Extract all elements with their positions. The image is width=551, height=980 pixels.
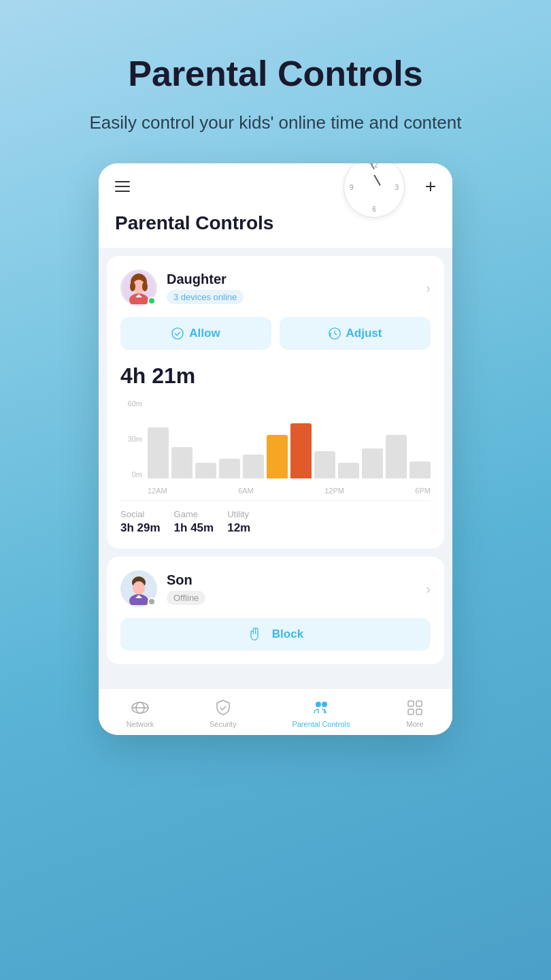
son-header: Son Offline ›: [120, 570, 431, 607]
allow-check-icon: [171, 327, 184, 340]
game-value: 1h 45m: [174, 521, 214, 535]
daughter-status-dot: [148, 297, 156, 305]
nav-security[interactable]: Security: [210, 698, 237, 728]
svg-point-18: [322, 702, 327, 707]
svg-point-11: [133, 581, 145, 595]
clock-6: 6: [372, 206, 376, 213]
daughter-devices-badge: 3 devices online: [167, 290, 244, 304]
allow-button[interactable]: Allow: [120, 317, 271, 350]
page-title: Parental Controls: [90, 54, 462, 93]
nav-security-label: Security: [210, 720, 237, 728]
more-icon: [405, 698, 424, 717]
x-label-12am: 12AM: [148, 487, 167, 495]
card-top-bar: 12 3 6 9 +: [99, 163, 452, 207]
svg-point-17: [316, 702, 321, 707]
daughter-name: Daughter: [167, 272, 416, 287]
chart-x-labels: 12AM 6AM 12PM 6PM: [148, 487, 431, 495]
bar-12: [410, 461, 431, 479]
svg-rect-24: [416, 709, 422, 715]
adjust-clock-icon: [329, 327, 341, 340]
svg-rect-22: [416, 701, 422, 706]
son-chevron-icon[interactable]: ›: [426, 581, 431, 597]
card-title: Parental Controls: [115, 212, 436, 234]
adjust-button-label: Adjust: [346, 327, 382, 340]
allow-button-label: Allow: [189, 327, 220, 340]
nav-parental-label: Parental Controls: [292, 720, 350, 728]
utility-label: Utility: [227, 509, 250, 519]
x-label-6am: 6AM: [238, 487, 254, 495]
clock-decoration: 12 3 6 9: [344, 163, 405, 218]
bar-4: [219, 459, 240, 478]
social-value: 3h 29m: [120, 521, 161, 535]
game-label: Game: [174, 509, 214, 519]
page-subtitle: Easily control your kids' online time an…: [90, 110, 462, 136]
son-status-badge: Offline: [167, 591, 205, 605]
bar-9: [338, 463, 359, 478]
bar-8: [314, 451, 335, 479]
daughter-total-time: 4h 21m: [120, 363, 431, 389]
clock-3: 3: [395, 184, 399, 191]
son-name: Son: [167, 572, 416, 588]
security-icon: [214, 698, 233, 717]
daughter-header: Daughter 3 devices online ›: [120, 270, 431, 306]
bar-5: [243, 455, 264, 478]
y-label-0: 0m: [120, 470, 142, 478]
daughter-info: Daughter 3 devices online: [167, 272, 416, 304]
block-button[interactable]: Block: [120, 618, 431, 651]
x-label-12pm: 12PM: [324, 487, 344, 495]
nav-network[interactable]: Network: [127, 698, 154, 728]
chart-y-labels: 60m 30m 0m: [120, 399, 142, 495]
nav-more-label: More: [407, 720, 424, 728]
daughter-chart: 60m 30m 0m: [120, 399, 431, 495]
y-label-60: 60m: [120, 399, 142, 408]
son-status-dot: [148, 598, 156, 606]
daughter-card: Daughter 3 devices online › Allow: [107, 256, 444, 549]
daughter-action-buttons: Allow Adjust: [120, 317, 431, 350]
daughter-chevron-icon[interactable]: ›: [426, 280, 431, 296]
svg-rect-23: [408, 709, 414, 715]
block-button-label: Block: [272, 627, 303, 641]
menu-icon[interactable]: [115, 181, 130, 192]
svg-point-3: [130, 282, 135, 291]
adjust-button[interactable]: Adjust: [280, 317, 431, 350]
social-label: Social: [120, 509, 161, 519]
bottom-nav: Network Security Parental Controls: [99, 688, 452, 735]
daughter-avatar-wrap: [120, 270, 157, 306]
network-icon: [131, 698, 150, 717]
nav-parental[interactable]: Parental Controls: [292, 698, 350, 728]
utility-stat: Utility 12m: [227, 509, 250, 535]
bar-11: [386, 435, 407, 478]
x-label-6pm: 6PM: [415, 487, 431, 495]
add-button[interactable]: +: [425, 177, 436, 196]
svg-point-4: [142, 282, 148, 291]
nav-more[interactable]: More: [405, 698, 424, 728]
son-info: Son Offline: [167, 572, 416, 605]
bar-3: [195, 463, 216, 478]
svg-rect-21: [408, 701, 414, 706]
social-stat: Social 3h 29m: [120, 509, 161, 535]
daughter-stats-row: Social 3h 29m Game 1h 45m Utility 12m: [120, 500, 431, 535]
header-section: Parental Controls Easily control your ki…: [49, 0, 503, 163]
nav-network-label: Network: [127, 720, 154, 728]
chart-bars-area: [148, 399, 431, 478]
bar-10: [362, 448, 383, 478]
main-card: 12 3 6 9 + Parental Controls: [99, 163, 452, 735]
bar-1: [148, 427, 169, 478]
bar-7: [290, 423, 312, 478]
y-label-30: 30m: [120, 435, 142, 443]
parental-icon: [312, 698, 331, 717]
son-card: Son Offline › Block: [107, 557, 444, 664]
bar-2: [171, 447, 193, 478]
content-area: Daughter 3 devices online › Allow: [99, 248, 452, 735]
clock-hour-hand: [373, 175, 381, 186]
game-stat: Game 1h 45m: [174, 509, 214, 535]
son-avatar-wrap: [120, 570, 157, 607]
block-hand-icon: [248, 627, 261, 641]
clock-9: 9: [350, 184, 354, 191]
svg-point-7: [172, 328, 183, 339]
bar-6: [267, 435, 288, 478]
utility-value: 12m: [227, 521, 250, 535]
